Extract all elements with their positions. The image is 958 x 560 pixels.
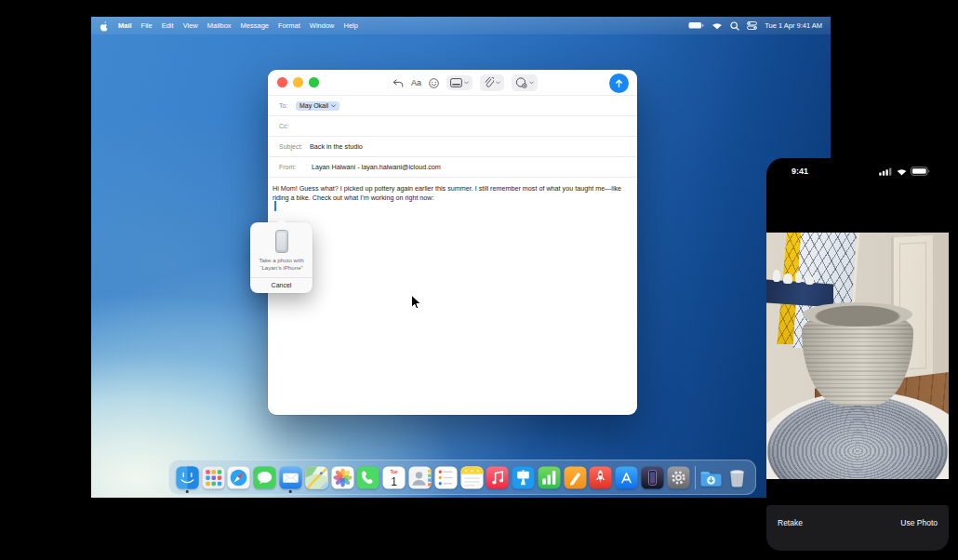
subject-label: Subject:	[279, 143, 310, 150]
menu-item-help[interactable]: Help	[343, 21, 357, 30]
dock: Tue1	[168, 460, 756, 495]
dock-appstore-icon[interactable]	[615, 466, 638, 489]
wifi-icon[interactable]	[712, 21, 723, 30]
dock-contacts-icon[interactable]	[408, 466, 432, 489]
clay-bowl	[802, 305, 913, 411]
menu-status-area: Tue 1 Apr 9:41 AM	[688, 21, 822, 31]
continuity-camera-popover: Take a photo with “Layan’s iPhone” Cance…	[250, 222, 313, 293]
from-label: From:	[279, 164, 312, 170]
minimize-button[interactable]	[293, 77, 303, 87]
retake-button[interactable]: Retake	[778, 518, 803, 527]
dock-reminders-icon[interactable]	[434, 466, 458, 489]
from-value: Layan Halwani - layan.halwani@icloud.com	[312, 163, 441, 171]
pottery-piece	[773, 270, 780, 282]
menu-items: MailFileEditViewMailboxMessageFormatWind…	[118, 21, 358, 30]
menu-item-view[interactable]: View	[183, 21, 198, 30]
popover-text: Take a photo with “Layan’s iPhone”	[250, 257, 313, 272]
iphone-icon	[275, 230, 288, 253]
battery-icon[interactable]	[688, 21, 704, 30]
dock-calendar-icon[interactable]: Tue1	[382, 466, 406, 489]
subject-value: Back in the studio	[310, 142, 363, 151]
pottery-piece	[795, 272, 802, 283]
dock-music-icon[interactable]	[486, 466, 509, 489]
camera-action-bar: Retake Use Photo	[766, 505, 949, 551]
control-center-icon[interactable]	[747, 21, 757, 30]
menu-item-message[interactable]: Message	[241, 21, 269, 30]
menu-bar: MailFileEditViewMailboxMessageFormatWind…	[91, 17, 831, 34]
dock-pages-icon[interactable]	[564, 466, 587, 489]
dock-keynote-icon[interactable]	[512, 466, 535, 489]
cellular-icon	[879, 167, 892, 176]
wifi-icon	[896, 167, 908, 176]
undo-icon[interactable]	[393, 79, 404, 87]
mouse-cursor	[410, 294, 421, 311]
menu-item-mail[interactable]: Mail	[118, 21, 132, 30]
dock-safari-icon[interactable]	[227, 466, 250, 489]
from-field[interactable]: From: Layan Halwani - layan.halwani@iclo…	[268, 157, 637, 178]
send-button[interactable]	[609, 73, 629, 93]
svg-text:Tue: Tue	[391, 470, 399, 474]
to-label: To:	[279, 102, 296, 109]
traffic-lights	[277, 77, 319, 87]
pottery-piece	[783, 273, 792, 284]
dock-iphone-mirroring-icon[interactable]	[641, 466, 664, 489]
menu-item-file[interactable]: File	[141, 21, 153, 30]
pottery-piece	[805, 276, 814, 285]
dock-phone-icon[interactable]	[356, 466, 379, 489]
search-icon[interactable]	[730, 21, 739, 31]
dock-notes-icon[interactable]	[460, 466, 484, 489]
menu-item-window[interactable]: Window	[310, 21, 335, 30]
to-field[interactable]: To: May Okail	[268, 96, 637, 116]
use-photo-button[interactable]: Use Photo	[900, 518, 938, 527]
dock-settings-icon[interactable]	[667, 466, 690, 489]
dock-numbers-icon[interactable]	[538, 466, 561, 489]
dock-maps-icon[interactable]	[305, 466, 328, 489]
dock-launchpad-icon[interactable]	[202, 466, 225, 489]
dock-divider	[695, 466, 696, 489]
camera-preview	[766, 233, 949, 479]
menu-item-edit[interactable]: Edit	[162, 21, 174, 30]
cancel-button[interactable]: Cancel	[250, 278, 313, 293]
menu-item-mailbox[interactable]: Mailbox	[207, 21, 232, 30]
shelf	[766, 279, 833, 307]
mac-display: MailFileEditViewMailboxMessageFormatWind…	[91, 17, 831, 498]
menu-item-format[interactable]: Format	[278, 21, 300, 30]
media-browser-button[interactable]	[446, 75, 472, 90]
dock-downloads-icon[interactable]	[699, 466, 723, 489]
dock-trash-icon[interactable]	[725, 466, 749, 489]
attach-button[interactable]	[480, 74, 504, 91]
fullscreen-button[interactable]	[309, 77, 319, 87]
dock-finder-icon[interactable]	[176, 466, 199, 489]
chevron-down-icon	[331, 104, 336, 108]
compose-toolbar: Aa	[393, 70, 538, 96]
format-button[interactable]: Aa	[411, 78, 421, 87]
mail-compose-window: Aa To: May Okail Cc: Subject: Back in th…	[268, 70, 637, 415]
iphone-status-bar: 9:41	[766, 167, 949, 176]
message-body[interactable]: Hi Mom! Guess what? I picked up pottery …	[268, 178, 637, 202]
dock-messages-icon[interactable]	[253, 466, 276, 489]
menu-clock[interactable]: Tue 1 Apr 9:41 AM	[765, 21, 822, 30]
window-titlebar[interactable]: Aa	[268, 70, 637, 96]
dock-photos-icon[interactable]	[331, 466, 354, 489]
iphone-clock: 9:41	[792, 167, 808, 176]
dock-mail-icon[interactable]	[279, 466, 302, 489]
battery-icon	[911, 167, 930, 176]
close-button[interactable]	[277, 77, 287, 87]
subject-field[interactable]: Subject: Back in the studio	[268, 137, 637, 157]
cc-label: Cc:	[279, 123, 296, 129]
text-caret	[274, 201, 276, 211]
iphone-screen: 9:41 Retake Use Photo	[766, 158, 949, 555]
dock-rocket-icon[interactable]	[589, 466, 612, 489]
continuity-camera-button[interactable]	[512, 74, 538, 91]
emoji-icon[interactable]	[429, 78, 439, 88]
cc-field[interactable]: Cc:	[268, 116, 637, 137]
recipient-token[interactable]: May Okail	[296, 101, 339, 111]
svg-text:1: 1	[391, 474, 397, 487]
apple-menu[interactable]	[100, 20, 109, 32]
